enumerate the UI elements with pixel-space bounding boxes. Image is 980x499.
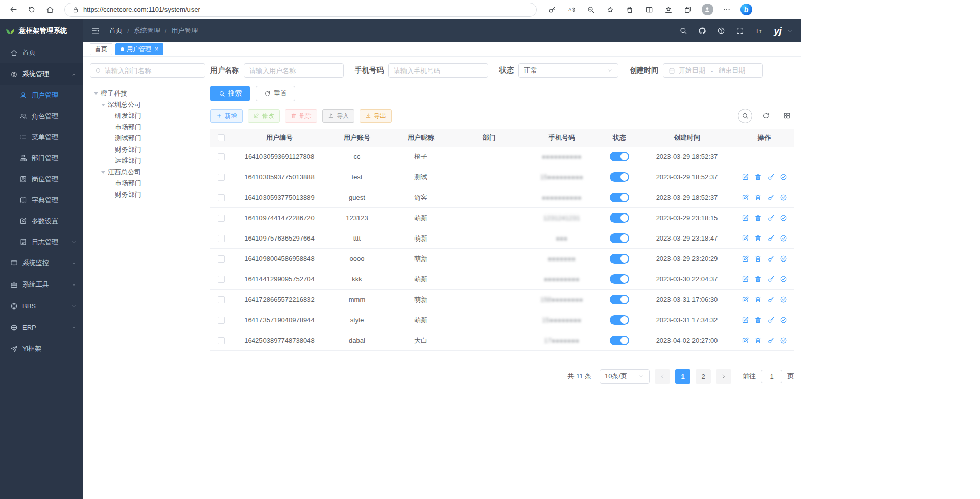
fold-menu-icon[interactable]	[91, 26, 100, 35]
reset-password-icon[interactable]	[767, 214, 775, 222]
tree-node-dept[interactable]: 研发部门	[90, 110, 205, 122]
sidebar-item-dept-mgmt[interactable]: 部门管理	[0, 148, 83, 169]
edit-action-icon[interactable]	[742, 214, 749, 222]
sidebar-item-system-tools[interactable]: 系统工具	[0, 274, 83, 295]
breadcrumb-item-home[interactable]: 首页	[109, 26, 123, 35]
status-toggle[interactable]	[610, 295, 629, 304]
sidebar-item-menu-mgmt[interactable]: 菜单管理	[0, 127, 83, 148]
row-checkbox[interactable]	[218, 235, 225, 242]
sidebar-item-home[interactable]: 首页	[0, 42, 83, 63]
edit-action-icon[interactable]	[742, 234, 749, 242]
delete-action-icon[interactable]	[754, 275, 762, 283]
page-button-1[interactable]: 1	[675, 369, 690, 384]
row-checkbox[interactable]	[218, 153, 225, 160]
tree-expand-icon[interactable]	[101, 104, 105, 106]
copilot-button[interactable]: b	[738, 2, 754, 17]
reset-password-icon[interactable]	[767, 296, 775, 303]
tree-node-company[interactable]: 橙子科技	[90, 88, 205, 99]
status-toggle[interactable]	[610, 315, 629, 325]
status-toggle[interactable]	[610, 213, 629, 223]
status-toggle[interactable]	[610, 254, 629, 264]
sidebar-item-dict-mgmt[interactable]: 字典管理	[0, 189, 83, 210]
add-favorite-button[interactable]	[602, 2, 618, 17]
sidebar-item-role-mgmt[interactable]: 角色管理	[0, 106, 83, 127]
sidebar-item-post-mgmt[interactable]: 岗位管理	[0, 169, 83, 189]
delete-action-icon[interactable]	[754, 337, 762, 344]
split-screen-button[interactable]	[641, 2, 657, 17]
search-button[interactable]: 搜索	[210, 86, 250, 101]
reset-password-icon[interactable]	[767, 337, 775, 344]
tree-node-dept[interactable]: 市场部门	[90, 178, 205, 189]
edit-action-icon[interactable]	[742, 275, 749, 283]
github-icon[interactable]	[698, 27, 706, 35]
assign-role-icon[interactable]	[780, 194, 787, 201]
edit-action-icon[interactable]	[742, 316, 749, 324]
phone-input[interactable]	[388, 63, 488, 78]
zoom-button[interactable]	[583, 2, 599, 17]
modify-button[interactable]: 修改	[248, 109, 280, 123]
refresh-button[interactable]	[23, 2, 40, 17]
reset-password-icon[interactable]	[767, 255, 775, 263]
chevron-down-icon[interactable]	[787, 28, 793, 34]
status-toggle[interactable]	[610, 193, 629, 202]
delete-action-icon[interactable]	[754, 194, 762, 201]
row-checkbox[interactable]	[218, 276, 225, 283]
tab-close-icon[interactable]: ×	[155, 45, 158, 53]
hide-search-button[interactable]	[738, 109, 752, 123]
read-aloud-button[interactable]	[563, 2, 580, 17]
row-checkbox[interactable]	[218, 174, 225, 181]
tab-home[interactable]: 首页	[90, 43, 112, 55]
sidebar-item-system-mgmt[interactable]: 系统管理	[0, 63, 83, 85]
assign-role-icon[interactable]	[780, 316, 787, 324]
tree-node-dept[interactable]: 市场部门	[90, 122, 205, 133]
username-input[interactable]	[244, 63, 344, 78]
column-settings-button[interactable]	[780, 109, 794, 123]
sidebar-item-user-mgmt[interactable]: 用户管理	[0, 85, 83, 106]
favorites-bar-button[interactable]	[660, 2, 677, 17]
fullscreen-icon[interactable]	[736, 27, 744, 35]
status-toggle[interactable]	[610, 152, 629, 161]
sidebar-item-yi-framework[interactable]: Yi框架	[0, 338, 83, 360]
row-checkbox[interactable]	[218, 296, 225, 303]
help-icon[interactable]	[717, 27, 725, 35]
back-button[interactable]	[5, 2, 21, 17]
date-range-picker[interactable]: 开始日期 - 结束日期	[663, 63, 763, 78]
delete-action-icon[interactable]	[754, 296, 762, 303]
yj-logo[interactable]: yj	[774, 26, 781, 36]
edit-action-icon[interactable]	[742, 296, 749, 303]
assign-role-icon[interactable]	[780, 337, 787, 344]
add-button[interactable]: 新增	[210, 109, 243, 123]
assign-role-icon[interactable]	[780, 234, 787, 242]
delete-action-icon[interactable]	[754, 316, 762, 324]
page-button-2[interactable]: 2	[696, 369, 711, 384]
tree-node-branch[interactable]: 江西总公司	[90, 167, 205, 178]
more-options-button[interactable]	[719, 2, 735, 17]
status-select[interactable]: 正常	[518, 63, 618, 78]
search-icon[interactable]	[679, 27, 687, 35]
sidebar-item-param-settings[interactable]: 参数设置	[0, 210, 83, 231]
home-button[interactable]	[42, 2, 58, 17]
delete-action-icon[interactable]	[754, 214, 762, 222]
dept-search-input[interactable]	[105, 67, 200, 75]
page-size-select[interactable]: 10条/页	[600, 369, 650, 384]
row-checkbox[interactable]	[218, 255, 225, 263]
edit-action-icon[interactable]	[742, 337, 749, 344]
sidebar-item-log-mgmt[interactable]: 日志管理	[0, 231, 83, 252]
row-checkbox[interactable]	[218, 194, 225, 201]
collections-button[interactable]	[680, 2, 696, 17]
prev-page-button[interactable]	[655, 369, 670, 384]
sidebar-item-system-monitor[interactable]: 系统监控	[0, 252, 83, 274]
sidebar-item-bbs[interactable]: BBS	[0, 295, 83, 317]
goto-page-input[interactable]	[761, 370, 782, 383]
profile-button[interactable]	[699, 2, 715, 17]
delete-action-icon[interactable]	[754, 173, 762, 181]
shopping-button[interactable]	[622, 2, 638, 17]
tree-node-dept[interactable]: 测试部门	[90, 133, 205, 144]
edit-action-icon[interactable]	[742, 173, 749, 181]
status-toggle[interactable]	[610, 274, 629, 284]
reset-password-icon[interactable]	[767, 234, 775, 242]
assign-role-icon[interactable]	[780, 173, 787, 181]
reset-password-icon[interactable]	[767, 316, 775, 324]
edit-action-icon[interactable]	[742, 255, 749, 263]
tab-user-mgmt[interactable]: 用户管理 ×	[115, 43, 163, 55]
